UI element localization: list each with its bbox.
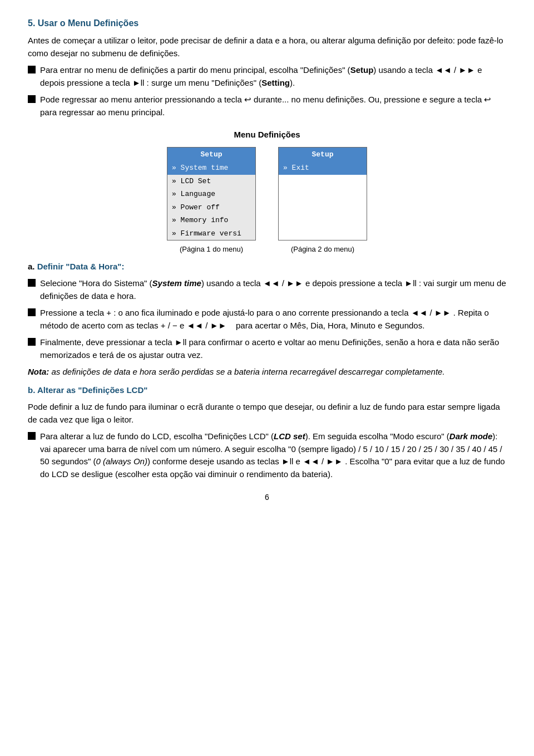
bullet-text-b1: Para alterar a luz de fundo do LCD, esco… — [40, 430, 506, 480]
bullet-icon-a2 — [28, 308, 36, 316]
bullet-text-a3: Finalmente, deve pressionar a tecla ►ll … — [40, 336, 506, 361]
menu-caption-page1: (Página 1 do menu) — [167, 244, 256, 255]
bullet-text-1: Para entrar no menu de definições a part… — [40, 64, 506, 89]
menu-item-exit: Exit — [279, 161, 367, 175]
menu-box-page2: Setup Exit — [278, 147, 367, 241]
subsection-b: b. Alterar as "Definições LCD" Pode defi… — [28, 384, 506, 481]
bullet-icon-b1 — [28, 432, 36, 440]
bullet-icon-a1 — [28, 279, 36, 287]
bullet-text-2: Pode regressar ao menu anterior pression… — [40, 94, 506, 119]
menu-box-page1: Setup System time LCD Set Language Power… — [167, 147, 256, 241]
menu-item-firmware: Firmware versi — [167, 227, 255, 240]
menu-box-page2-header: Setup — [279, 148, 367, 162]
menu-box-page1-header: Setup — [167, 148, 255, 162]
menu-item-power-off: Power off — [167, 201, 255, 214]
subsection-b-label: b. Alterar as "Definições LCD" — [28, 385, 147, 395]
menu-section: Menu Definições Setup System time LCD Se… — [28, 129, 506, 255]
subsection-b-heading: b. Alterar as "Definições LCD" — [28, 384, 506, 397]
menu-boxes-container: Setup System time LCD Set Language Power… — [28, 147, 506, 241]
section-title: Usar o Menu Definições — [38, 18, 139, 28]
menu-section-title: Menu Definições — [28, 129, 506, 141]
section-heading: 5. Usar o Menu Definições — [28, 17, 506, 30]
menu-caption-page2: (Página 2 do menu) — [278, 244, 367, 255]
bullet-icon-a3 — [28, 338, 36, 346]
bullet-icon-2 — [28, 95, 36, 103]
subsection-a-label: a. Definir "Data & Hora": — [28, 262, 124, 271]
intro-block: Antes de começar a utilizar o leitor, po… — [28, 35, 506, 119]
subsection-a-heading: a. Definir "Data & Hora": — [28, 261, 506, 273]
subsection-a-title: Definir "Data & Hora": — [37, 262, 125, 271]
menu-item-language: Language — [167, 188, 255, 201]
bullet-back: Pode regressar ao menu anterior pression… — [28, 94, 506, 119]
menu-item-memory-info: Memory info — [167, 214, 255, 227]
bullet-lcd: Para alterar a luz de fundo do LCD, esco… — [28, 430, 506, 480]
nota-battery: Nota: as definições de data e hora serão… — [28, 366, 506, 379]
intro-p1: Antes de começar a utilizar o leitor, po… — [28, 35, 506, 60]
menu-item-system-time: System time — [167, 161, 255, 175]
bullet-systemtime: Selecione "Hora do Sistema" (System time… — [28, 277, 506, 302]
bullet-text-a2: Pressione a tecla + : o ano fica ilumina… — [40, 307, 506, 332]
section-number: 5. — [28, 18, 35, 28]
bullet-year: Pressione a tecla + : o ano fica ilumina… — [28, 307, 506, 332]
bullet-confirm: Finalmente, deve pressionar a tecla ►ll … — [28, 336, 506, 361]
subsection-b-intro: Pode definir a luz de fundo para ilumina… — [28, 401, 506, 426]
bullet-text-a1: Selecione "Hora do Sistema" (System time… — [40, 277, 506, 302]
subsection-a: a. Definir "Data & Hora": Selecione "Hor… — [28, 261, 506, 379]
page-number: 6 — [28, 492, 506, 503]
bullet-icon-1 — [28, 66, 36, 73]
bullet-setup: Para entrar no menu de definições a part… — [28, 64, 506, 89]
menu-captions: (Página 1 do menu) (Página 2 do menu) — [28, 244, 506, 255]
menu-item-lcd-set: LCD Set — [167, 175, 255, 188]
